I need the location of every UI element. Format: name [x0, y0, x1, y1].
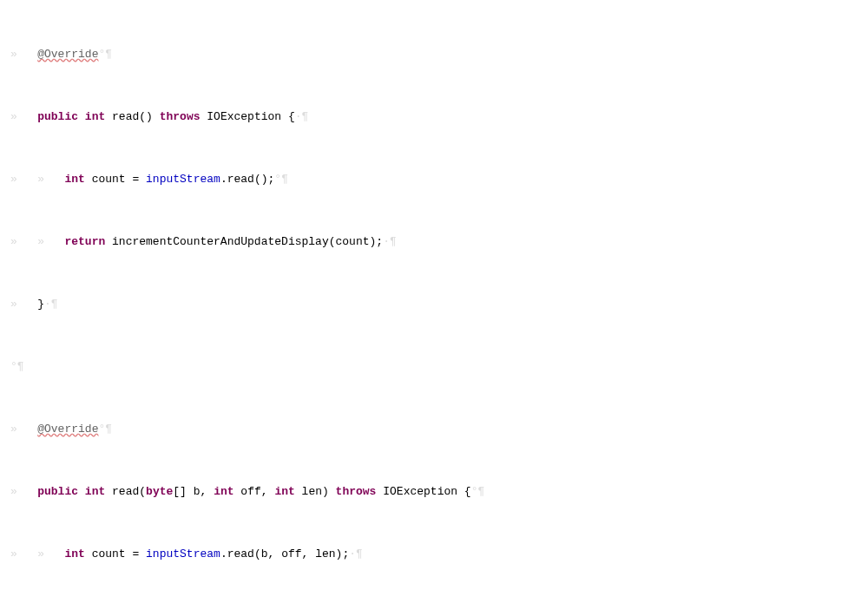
- code-line: » }·¶: [10, 297, 868, 312]
- annotation-override: @Override: [37, 423, 98, 436]
- code-line: » @Override°¶: [10, 422, 868, 437]
- code-line: » public int read(byte[] b, int off, int…: [10, 484, 868, 500]
- code-line: » » return incrementCounterAndUpdateDisp…: [10, 234, 868, 250]
- code-line: » » int count = inputStream.read(b, off,…: [10, 547, 868, 562]
- code-line: » » int count = inputStream.read();°¶: [10, 172, 868, 187]
- code-editor-view[interactable]: » @Override°¶ » public int read() throws…: [0, 0, 868, 590]
- code-line: » public int read() throws IOException {…: [10, 109, 868, 125]
- annotation-override: @Override: [37, 48, 98, 61]
- code-line: » @Override°¶: [10, 47, 868, 62]
- code-line: °¶: [10, 359, 868, 375]
